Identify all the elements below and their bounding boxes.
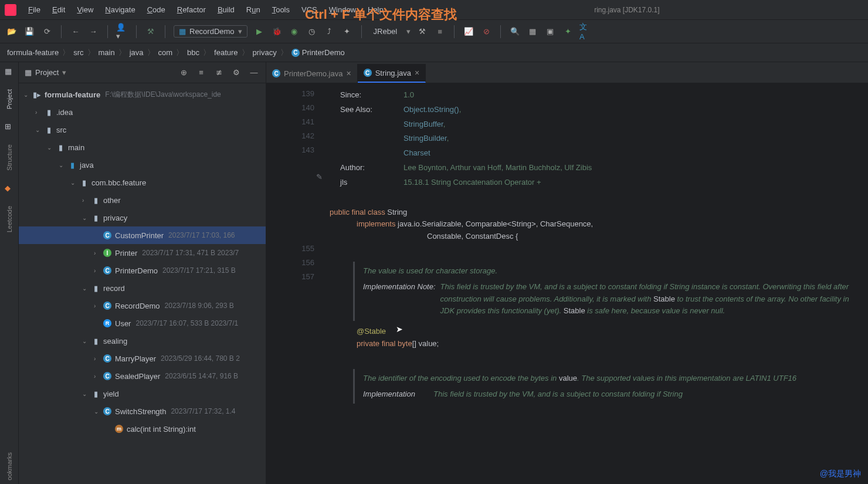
block-icon[interactable]: ⊘ [480,26,492,38]
class-icon: C [272,69,280,77]
project-sidebar: ▦Project▾ ⊕ ≡ ≢ ⚙ — ⌄ ▮▸ formula-feature… [19,62,266,484]
project-tool-icon[interactable]: ▦ [5,67,14,76]
editor-tabs: C PrinterDemo.java × C String.java × [266,62,868,83]
save-icon[interactable]: 💾 [23,26,35,38]
menu-build[interactable]: Build [213,3,239,16]
editor-area: C PrinterDemo.java × C String.java × 139… [266,62,868,484]
breadcrumb-item[interactable]: feature [214,48,238,57]
tree-item[interactable]: RUser2023/7/17 16:07, 533 B 2023/7/1 [19,314,266,332]
menu-run[interactable]: Run [242,3,265,16]
code-content[interactable]: Since:1.0 See Also:Object.toString(), St… [325,83,868,484]
tree-item[interactable]: ›CMarryPlayer2023/5/29 16:44, 780 B 2 [19,350,266,367]
watermark: @我是男神 [820,469,861,479]
breadcrumb-item[interactable]: bbc [187,48,199,57]
bookmarks-tab[interactable]: ookmarks [6,449,13,484]
breadcrumb-item[interactable]: privacy [253,48,277,57]
run-icon[interactable]: ▶ [253,26,265,38]
profile-run-icon[interactable]: ◷ [306,26,318,38]
tree-item[interactable]: ⌄▮record [19,279,266,297]
breadcrumb-item[interactable]: com [158,48,173,57]
plugin-icon[interactable]: ✦ [562,26,574,38]
forward-icon[interactable]: → [87,26,99,38]
attach-icon[interactable]: ⤴ [324,26,335,38]
profile-icon[interactable]: 👤▾ [116,26,128,38]
coverage-icon[interactable]: ◉ [289,26,300,38]
tree-item[interactable]: ⌄▮java [19,156,266,174]
collapse-icon[interactable]: ≢ [213,67,225,79]
hide-icon[interactable]: — [248,67,260,79]
app-logo-icon [5,4,16,16]
build-icon[interactable]: ⚒ [145,26,157,38]
translate-icon[interactable]: 文A [579,26,591,38]
menu-tools[interactable]: Tools [267,3,294,16]
menu-refactor[interactable]: Refactor [172,3,211,16]
breadcrumb-item[interactable]: formula-feature [7,48,59,57]
breadcrumb-item[interactable]: java [130,48,144,57]
leetcode-tab[interactable]: Leetcode [6,202,13,236]
tree-item[interactable]: mcalc(int int String):int [19,420,266,438]
project-tab[interactable]: Project [6,86,13,113]
line-gutter: 139140141142143 155156157 ✎ [266,83,325,484]
sidebar-title[interactable]: ▦Project▾ [25,68,173,77]
tree-item[interactable]: ⌄▮main [19,138,266,156]
tree-item[interactable]: ›CPrinterDemo2023/7/17 17:21, 315 B [19,262,266,279]
code-editor[interactable]: 139140141142143 155156157 ✎ Since:1.0 Se… [266,83,868,484]
menu-file[interactable]: File [23,3,45,16]
menu-navigate[interactable]: Navigate [100,3,140,16]
menu-view[interactable]: View [72,3,98,16]
breadcrumb-file[interactable]: CPrinterDemo [291,48,345,57]
menu-code[interactable]: Code [143,3,170,16]
main-toolbar: 📂 💾 ⟳ ← → 👤▾ ⚒ ▦ RecordDemo ▾ ▶ 🐞 ◉ ◷ ⤴ … [0,20,868,43]
menu-edit[interactable]: Edit [48,3,70,16]
window-title: ring.java [JDK17.0.1] [391,6,863,14]
view-icon[interactable]: ▣ [544,26,556,38]
open-icon[interactable]: 📂 [6,26,18,38]
other-icon[interactable]: ✦ [341,26,353,38]
tab-string[interactable]: C String.java × [358,64,426,83]
chart-icon[interactable]: 📈 [463,26,474,38]
edit-icon[interactable]: ✎ [316,171,323,184]
project-tree[interactable]: ⌄ ▮▸ formula-feature F:\编程数据\IDE\Java\wo… [19,83,266,484]
close-icon[interactable]: × [346,69,351,78]
tree-item[interactable]: ⌄▮sealing [19,332,266,350]
refresh-icon[interactable]: ⟳ [41,26,53,38]
gear-icon[interactable]: ⚙ [230,67,242,79]
tree-item[interactable]: ⌄CSwitchStrength2023/7/17 17:32, 1.4 [19,402,266,420]
tool-window-bar: ▦ Project ⊞ Structure ◆ Leetcode ookmark… [0,62,19,484]
expand-icon[interactable]: ≡ [195,67,207,79]
structure-tab[interactable]: Structure [6,141,13,174]
locate-icon[interactable]: ⊕ [178,67,189,79]
search-icon[interactable]: 🔍 [509,26,521,38]
jrebel-label[interactable]: JRebel [374,27,397,36]
mouse-cursor-icon: ➤ [396,324,403,334]
tree-item[interactable]: ⌄▮src [19,121,266,138]
class-icon: C [364,69,372,77]
run-config-label: RecordDemo [189,27,235,36]
run-config-selector[interactable]: ▦ RecordDemo ▾ [174,25,247,38]
breadcrumb-item[interactable]: main [99,48,115,57]
tree-item[interactable]: CCustomPrinter2023/7/17 17:03, 166 [19,226,266,244]
leetcode-tool-icon[interactable]: ◆ [5,184,14,193]
breadcrumb-item[interactable]: src [73,48,83,57]
tree-item[interactable]: ⌄▮com.bbc.feature [19,174,266,191]
tree-item[interactable]: ›CRecordDemo2023/7/18 9:06, 293 B [19,297,266,314]
close-icon[interactable]: × [415,68,419,77]
tree-item[interactable]: ›IPrinter2023/7/17 17:31, 471 B 2023/7 [19,244,266,262]
debug-icon[interactable]: 🐞 [271,26,283,38]
back-icon[interactable]: ← [70,26,82,38]
tab-printerdemo[interactable]: C PrinterDemo.java × [266,64,358,83]
tree-item[interactable]: ›CSealedPlayer2023/6/15 14:47, 916 B [19,367,266,385]
breadcrumb-bar: formula-feature〉 src〉 main〉 java〉 com〉 b… [0,43,868,62]
tree-root[interactable]: ⌄ ▮▸ formula-feature F:\编程数据\IDE\Java\wo… [19,86,266,103]
tree-item[interactable]: ⌄▮yield [19,385,266,402]
stop-icon[interactable]: ■ [434,26,446,38]
hammer-icon[interactable]: ⚒ [416,26,428,38]
structure-tool-icon[interactable]: ⊞ [5,122,14,131]
overlay-annotation: Ctrl + F 单个文件内容查找 [305,6,457,23]
tree-item[interactable]: ›▮.idea [19,103,266,121]
structure-icon[interactable]: ▦ [527,26,538,38]
tree-item[interactable]: ⌄▮privacy [19,209,266,226]
tree-item[interactable]: ›▮other [19,191,266,209]
